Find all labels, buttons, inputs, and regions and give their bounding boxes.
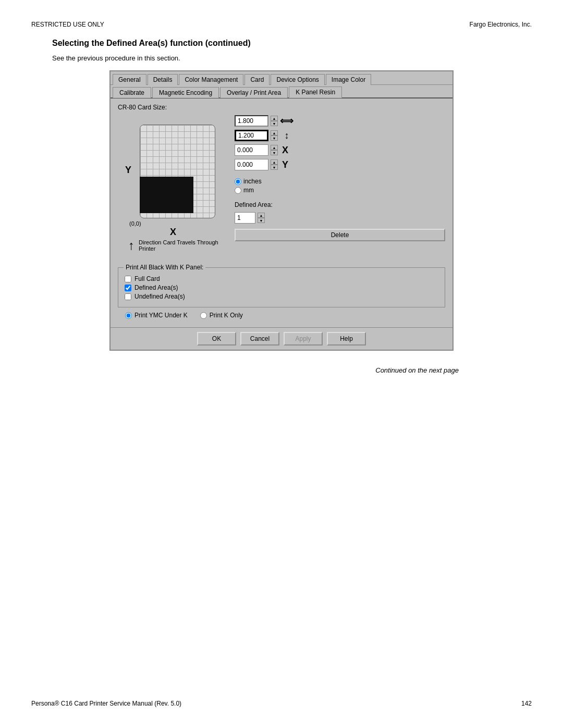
- undefined-area-row: Undefined Area(s): [125, 293, 438, 300]
- defined-areas-checkbox[interactable]: [125, 285, 131, 291]
- width-down-button[interactable]: ▼: [271, 121, 278, 126]
- width-spinner: ▲ ▼: [271, 116, 278, 126]
- x-offset-spinner: ▲ ▼: [271, 145, 278, 155]
- mm-label: mm: [243, 187, 254, 194]
- tab-card[interactable]: Card: [244, 74, 270, 85]
- k-only-label: Print K Only: [210, 312, 243, 319]
- y-axis-label: Y: [125, 165, 131, 176]
- tab-device-options[interactable]: Device Options: [271, 74, 324, 85]
- full-card-row: Full Card: [125, 275, 438, 282]
- cancel-button[interactable]: Cancel: [240, 332, 279, 346]
- y-offset-input[interactable]: [235, 159, 268, 170]
- tab-details[interactable]: Details: [148, 74, 178, 85]
- full-card-label: Full Card: [134, 275, 160, 282]
- y-offset-row: ▲ ▼ Y: [235, 159, 445, 170]
- defined-area-check-row: Defined Area(s): [125, 284, 438, 291]
- undefined-areas-checkbox[interactable]: [125, 293, 131, 300]
- section-title: Selecting the Defined Area(s) function (…: [52, 39, 511, 48]
- footer-right: 142: [521, 700, 532, 707]
- x-offset-up-button[interactable]: ▲: [271, 145, 278, 150]
- height-up-button[interactable]: ▲: [271, 130, 278, 135]
- inches-label: inches: [243, 178, 262, 185]
- origin-label: (0,0): [129, 220, 141, 227]
- y-icon: Y: [282, 159, 288, 170]
- x-offset-row: ▲ ▼ X: [235, 144, 445, 156]
- tab-color-management[interactable]: Color Management: [179, 74, 243, 85]
- inches-radio-row: inches: [235, 178, 445, 185]
- defined-areas-label: Defined Area(s): [134, 284, 178, 291]
- tab-image-color[interactable]: Image Color: [326, 74, 371, 85]
- up-arrow-icon: ↑: [128, 238, 134, 253]
- y-offset-spinner: ▲ ▼: [271, 159, 278, 170]
- defined-area-down-button[interactable]: ▼: [258, 218, 265, 223]
- mm-radio[interactable]: [235, 187, 241, 194]
- width-input-row: ▲ ▼ ⟺: [235, 115, 445, 127]
- inches-radio[interactable]: [235, 178, 241, 185]
- tabs-row-1: General Details Color Management Card De…: [111, 71, 452, 85]
- width-icon: ⟺: [281, 115, 292, 127]
- defined-area-label: Defined Area:: [235, 201, 445, 208]
- x-axis-label: X: [170, 227, 176, 238]
- unit-radio-group: inches mm: [235, 178, 445, 194]
- height-down-button[interactable]: ▼: [271, 135, 278, 141]
- black-defined-area: [140, 177, 193, 213]
- card-preview: Y (0,0) X ↑ Direction Card Travels Thro: [118, 115, 227, 261]
- tab-magnetic-encoding[interactable]: Magnetic Encoding: [152, 87, 219, 98]
- bottom-radio-row: Print YMC Under K Print K Only: [125, 312, 445, 319]
- tab-general[interactable]: General: [113, 74, 146, 85]
- x-icon: X: [282, 145, 288, 156]
- apply-button[interactable]: Apply: [284, 332, 323, 346]
- y-offset-up-button[interactable]: ▲: [271, 159, 278, 165]
- help-button[interactable]: Help: [327, 332, 366, 346]
- defined-area-input[interactable]: [235, 212, 255, 224]
- ok-button[interactable]: OK: [197, 332, 236, 346]
- main-area: Y (0,0) X ↑ Direction Card Travels Thro: [118, 115, 445, 261]
- height-input-row: ▲ ▼ ↕: [235, 130, 445, 141]
- ymc-radio[interactable]: [125, 312, 132, 319]
- defined-area-spinner: ▲ ▼: [258, 213, 265, 223]
- dialog-footer: OK Cancel Apply Help: [111, 327, 452, 350]
- height-input[interactable]: [235, 130, 268, 141]
- undefined-areas-label: Undefined Area(s): [134, 293, 185, 300]
- card-size-label: CR-80 Card Size:: [118, 104, 445, 111]
- full-card-checkbox[interactable]: [125, 276, 131, 282]
- header-right: Fargo Electronics, Inc.: [470, 21, 532, 28]
- y-offset-down-button[interactable]: ▼: [271, 165, 278, 170]
- direction-area: ↑ Direction Card Travels Through Printer: [128, 238, 227, 253]
- mm-radio-row: mm: [235, 187, 445, 194]
- height-spinner: ▲ ▼: [271, 130, 278, 141]
- tab-k-panel-resin[interactable]: K Panel Resin: [289, 87, 342, 98]
- defined-area-input-row: ▲ ▼: [235, 212, 445, 224]
- page-footer: Persona® C16 Card Printer Service Manual…: [0, 700, 563, 707]
- footer-left: Persona® C16 Card Printer Service Manual…: [31, 700, 181, 707]
- width-up-button[interactable]: ▲: [271, 116, 278, 121]
- print-black-group: Print All Black With K Panel: Full Card …: [118, 267, 445, 307]
- print-black-legend: Print All Black With K Panel:: [124, 264, 205, 271]
- x-offset-input[interactable]: [235, 144, 268, 156]
- x-offset-down-button[interactable]: ▼: [271, 150, 278, 155]
- dialog-box: General Details Color Management Card De…: [109, 70, 454, 351]
- k-only-radio[interactable]: [200, 312, 207, 319]
- section-description: See the previous procedure in this secti…: [52, 54, 511, 62]
- tab-overlay-print-area[interactable]: Overlay / Print Area: [220, 87, 288, 98]
- height-icon: ↕: [281, 130, 292, 141]
- dialog-body: CR-80 Card Size: Y (0,0) X: [111, 98, 452, 327]
- header-left: RESTRICTED USE ONLY: [31, 21, 104, 28]
- defined-area-up-button[interactable]: ▲: [258, 213, 265, 218]
- tab-calibrate[interactable]: Calibrate: [113, 87, 151, 98]
- continued-text: Continued on the next page: [52, 366, 511, 374]
- right-controls: ▲ ▼ ⟺ ▲ ▼ ↕: [235, 115, 445, 261]
- direction-text: Direction Card Travels Through Printer: [139, 239, 227, 252]
- ymc-label: Print YMC Under K: [134, 312, 188, 319]
- tabs-row-2: Calibrate Magnetic Encoding Overlay / Pr…: [111, 85, 452, 98]
- width-input[interactable]: [235, 115, 268, 127]
- delete-button[interactable]: Delete: [235, 229, 445, 241]
